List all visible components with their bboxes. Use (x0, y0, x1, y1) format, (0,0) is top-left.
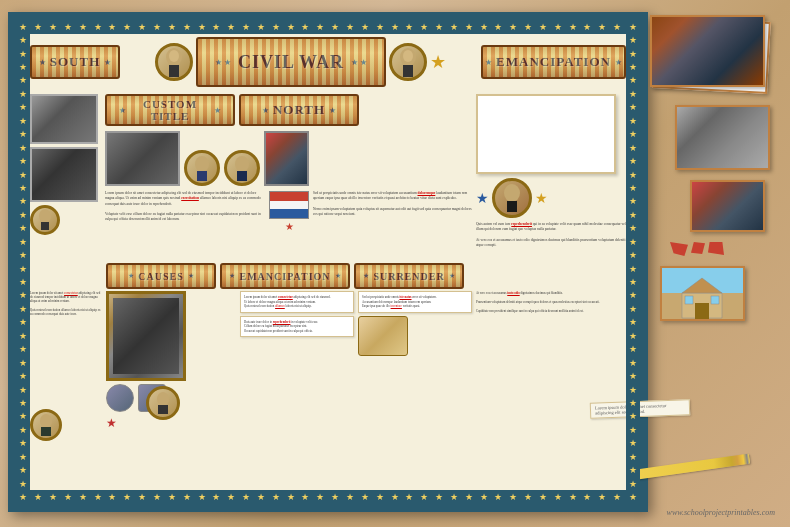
portrait-left (155, 43, 193, 81)
svg-rect-7 (41, 222, 49, 230)
svg-point-8 (195, 156, 209, 172)
small-portrait-1 (30, 205, 60, 235)
center-portrait-1 (184, 150, 220, 186)
svg-point-5 (403, 50, 413, 62)
emancipation-banner: ★ EMANCIPATION ★ (481, 45, 626, 79)
right-wood-panel (650, 15, 780, 321)
causes-section: ★ (106, 291, 236, 441)
right-white-card (476, 94, 616, 174)
custom-title-banner: ★ CUSTOM TITLE ★ (105, 94, 235, 126)
american-flag (269, 191, 309, 219)
svg-point-16 (157, 392, 169, 406)
right-portrait-card (675, 105, 770, 170)
right-text-block: Quis autem vel eum iure reprehenderit qu… (476, 222, 626, 248)
svg-rect-21 (685, 296, 693, 304)
scroll-image (358, 316, 408, 356)
poster-content: ★ SOUTH ★ ★ ★ CIVIL (30, 34, 626, 490)
star-border-bottom: ★★★★★★ ★★★★★★ ★★★★★★ ★★★★★★ ★★★★★★ ★★★★★… (16, 490, 640, 504)
svg-point-12 (504, 184, 520, 202)
causes-star: ★ (106, 416, 117, 431)
svg-rect-1 (169, 65, 179, 77)
bottom-left-col: Lorem ipsum dolor sit amet consectetur a… (30, 291, 102, 441)
svg-rect-20 (695, 303, 709, 319)
emancipation2-banner: ★ EMANCIPATION ★ (220, 263, 350, 289)
gold-star-right: ★ (535, 190, 548, 207)
svg-rect-11 (237, 171, 247, 181)
helmet-item (106, 384, 134, 412)
center-portrait-2 (224, 150, 260, 186)
bottom-left-text: Lorem ipsum dolor sit amet consectetur a… (30, 291, 102, 407)
battle-scene-photo (30, 147, 98, 202)
center-text-block-2: Sed ut perspiciatis unde omnis iste natu… (313, 191, 473, 217)
svg-rect-17 (158, 405, 168, 414)
surrender-paper-1: Sed ut perspiciatis unde omnis iste natu… (358, 291, 472, 313)
bottom-left-portrait (30, 409, 62, 441)
blue-star-left: ★ (476, 190, 489, 207)
svg-marker-19 (682, 278, 722, 293)
decorative-star-1: ★ (430, 51, 446, 73)
left-photo-column (30, 94, 102, 259)
drummer-image (264, 131, 309, 186)
emancipation-surrender-section: Lorem ipsum dolor sit amet consectetur a… (240, 291, 472, 441)
card-front (650, 15, 765, 87)
portrait-right (389, 43, 427, 81)
svg-rect-4 (403, 65, 413, 77)
emancipation-paper-2: Duis aute irure dolor in reprehenderit i… (240, 316, 354, 338)
causes-banner: ★ CAUSES ★ (106, 263, 216, 289)
svg-rect-15 (41, 427, 51, 436)
center-text-block: Lorem ipsum dolor sit amet consectetur a… (105, 191, 265, 223)
civil-war-banner: ★ ★ CIVIL WAR ★ ★ (196, 37, 386, 87)
scrap-2 (691, 242, 705, 254)
right-building-card (660, 266, 745, 321)
right-small-card (690, 180, 765, 232)
svg-point-2 (169, 50, 179, 62)
north-banner: ★ NORTH ★ (239, 94, 359, 126)
svg-point-14 (40, 414, 52, 428)
star-border-top: ★★★★★★ ★★★★★★ ★★★★★★ ★★★★★★ ★★★★★★ ★★★★★… (16, 20, 640, 34)
scrap-3 (708, 242, 724, 255)
bottom-right-text: At vero eos et accusamus iusto odio dign… (476, 291, 626, 314)
soldiers-photo (30, 94, 98, 144)
right-battle-card-top (650, 15, 775, 95)
svg-rect-13 (507, 201, 517, 212)
civil-war-section: ★ ★ CIVIL WAR ★ ★ ★ (124, 37, 477, 87)
emancipation-paper-1: Lorem ipsum dolor sit amet consectetur a… (240, 291, 354, 313)
causes-portrait (146, 386, 180, 420)
svg-point-10 (235, 156, 249, 172)
right-top-section: ★ ★ Quis autem vel eum iure reprehenderi… (476, 94, 626, 259)
scrap-1 (670, 242, 688, 256)
svg-rect-9 (197, 171, 207, 181)
star-border-right: ★★★★★★ ★★★★★★ ★★★★★★ ★★★★★★ ★★★★★★ ★★★★★… (626, 20, 640, 504)
decorative-scraps (670, 242, 780, 256)
svg-rect-22 (711, 296, 719, 304)
right-portrait (492, 178, 532, 218)
group-soldiers-photo (105, 131, 180, 186)
causes-image (106, 291, 186, 381)
south-banner: ★ SOUTH ★ (30, 45, 120, 79)
surrender-banner: ★ SURRENDER ★ (354, 263, 464, 289)
main-poster: ★★★★★★ ★★★★★★ ★★★★★★ ★★★★★★ ★★★★★★ ★★★★★… (8, 12, 648, 512)
svg-point-6 (39, 209, 51, 223)
star-border-left: ★★★★★★ ★★★★★★ ★★★★★★ ★★★★★★ ★★★★★★ ★★★★★… (16, 20, 30, 504)
website-url: www.schoolprojectprintables.com (667, 508, 775, 517)
red-star-decoration: ★ (285, 221, 294, 232)
bottom-right-section: At vero eos et accusamus iusto odio dign… (476, 291, 626, 441)
